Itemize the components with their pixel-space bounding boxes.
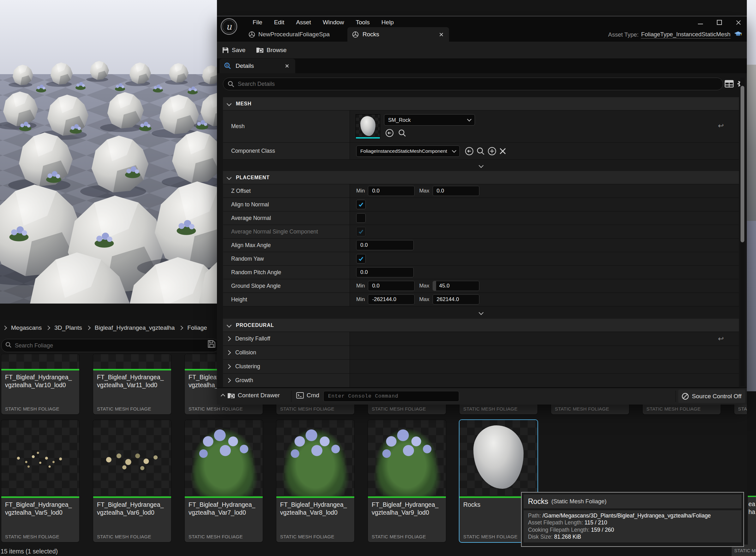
editor-status-bar: Content Drawer Cmd Source Control Off [217,387,747,405]
component-class-dropdown[interactable]: FoliageInstancedStaticMeshComponent [356,145,460,157]
chevron-right-icon [226,336,231,341]
search-foliage-input[interactable] [1,339,219,352]
ground-slope-min-input[interactable] [368,281,415,291]
asset-thumbnail-hydrangea [368,420,446,496]
console-command-input[interactable] [323,391,459,402]
mesh-dropdown[interactable]: SM_Rock [384,114,475,126]
search-details-input[interactable] [223,78,723,90]
asset-tile-var9[interactable]: FT_Bigleaf_Hydrangea_ vgztealha_Var9_lod… [368,420,446,542]
editor-toolbar: Save Browse [217,42,747,59]
grid-view-icon[interactable] [724,80,734,88]
save-search-icon[interactable] [207,340,216,348]
menu-help[interactable]: Help [382,19,394,26]
browse-to-asset-icon[interactable] [476,147,485,155]
cmd-button[interactable]: Cmd [296,392,319,399]
scrollbar-thumb[interactable] [741,86,744,242]
asset-type-label: STATIC MESH FOLIAGE [647,406,701,412]
asset-name: FT_Bigleaf_Hydrangea_ [189,501,255,508]
section-procedural[interactable]: PROCEDURAL [223,319,739,332]
asset-tile-var7[interactable]: FT_Bigleaf_Hydrangea_ vgztealha_Var7_lod… [185,420,263,542]
breadcrumb-item-foliage[interactable]: Foliage [187,324,207,331]
use-selected-icon[interactable] [465,147,474,155]
row-z-offset: Z Offset Min Max [223,184,739,198]
add-icon[interactable] [488,147,496,155]
chevron-right-icon [179,326,183,330]
details-info-icon: i [224,62,231,70]
chevron-right-icon [226,378,231,383]
asset-type-label: STATIC MESH FOLIAGE [189,406,243,412]
asset-type-label: STATIC MESH FOLIAGE [97,534,151,539]
section-placement[interactable]: PLACEMENT [223,171,739,184]
row-collision[interactable]: Collision [223,346,739,360]
ground-slope-max-input[interactable] [433,281,480,291]
use-selected-icon[interactable] [385,129,394,137]
average-normal-checkbox[interactable] [356,213,366,223]
row-clustering[interactable]: Clustering [223,360,739,374]
menu-tools[interactable]: Tools [356,19,369,26]
reset-to-default-icon[interactable]: ↩ [718,122,724,130]
asset-tile-var5[interactable]: FT_Bigleaf_Hydrangea_ vgztealha_Var5_lod… [1,420,79,542]
asset-type-label: STATIC MESH FOLIAGE [463,406,518,412]
asset-type-value-link[interactable]: FoliageType_InstancedStaticMesh [641,31,730,38]
breadcrumb-item-megascans[interactable]: Megascans [11,324,42,331]
asset-tile[interactable]: FT_Bigleaf_Hydrangea_ vgztealha_Var10_lo… [1,354,79,414]
tab-details[interactable]: i Details [220,59,295,73]
menu-edit[interactable]: Edit [274,19,285,26]
asset-thumbnail-leaves [93,420,171,496]
details-panel: MESH Mesh SM_Rock ↩ [217,73,747,387]
source-control-button[interactable]: Source Control Off [678,390,745,403]
close-tab-icon[interactable] [439,33,443,37]
align-max-angle-input[interactable] [356,240,414,250]
z-offset-min-input[interactable] [368,186,415,196]
expand-advanced-button[interactable] [223,306,739,319]
content-browser-search-row [0,336,217,354]
random-pitch-angle-input[interactable] [356,267,414,277]
save-button[interactable]: Save [222,47,245,54]
asset-tile-var8[interactable]: FT_Bigleaf_Hydrangea_ vgztealha_Var8_lod… [276,420,354,542]
chevron-right-icon [86,326,91,330]
browse-to-asset-icon[interactable] [398,129,406,137]
section-mesh[interactable]: MESH [223,97,739,110]
menu-file[interactable]: File [253,19,262,26]
close-button[interactable] [736,20,741,25]
maximize-button[interactable] [717,20,722,25]
menu-window[interactable]: Window [323,19,344,26]
height-max-input[interactable] [433,294,480,305]
expand-advanced-button[interactable] [223,160,739,171]
close-panel-icon[interactable] [285,64,289,68]
browse-button[interactable]: Browse [256,47,287,54]
asset-tile[interactable]: FT_Bigleaf_Hydrangea_ vgztealha_Var11_lo… [93,354,171,414]
random-yaw-checkbox[interactable] [356,254,366,264]
asset-type-label: STATIC MESH FOLIAGE [372,534,426,539]
spinbox-handle[interactable] [433,281,436,291]
asset-tooltip: Rocks (Static Mesh Foliage) Path: /Game/… [521,492,744,547]
align-to-normal-checkbox[interactable] [356,200,366,209]
clear-icon[interactable] [499,147,506,155]
menu-asset[interactable]: Asset [296,19,311,26]
average-normal-single-component-checkbox [356,227,366,236]
z-offset-max-input[interactable] [433,186,480,196]
property-label: Component Class [231,148,275,154]
row-density-falloff[interactable]: Density Falloff ↩ [223,332,739,346]
height-min-input[interactable] [368,294,415,305]
reset-to-default-icon[interactable]: ↩ [718,335,724,343]
breadcrumb-item-bigleaf[interactable]: Bigleaf_Hydrangea_vgztealha [95,324,175,331]
minimize-button[interactable] [698,24,703,24]
panel-tab-row: i Details [217,59,747,73]
chevron-down-icon [227,101,232,106]
breadcrumb-item-3d-plants[interactable]: 3D_Plants [54,324,82,331]
svg-text:i: i [226,63,228,68]
asset-type-label: Asset Type: [608,31,638,38]
asset-thumbnail [1,354,79,369]
content-drawer-button[interactable]: Content Drawer [221,392,280,399]
tab-rocks-active[interactable]: Rocks [348,27,449,42]
row-growth[interactable]: Growth [223,374,739,387]
chevron-down-icon [479,163,484,168]
mesh-thumbnail[interactable] [356,114,380,139]
graduation-cap-icon[interactable] [734,30,743,39]
asset-tile-var6[interactable]: FT_Bigleaf_Hydrangea_ vgztealha_Var6_lod… [93,420,171,542]
viewport-scene [0,0,217,304]
tab-new-procedural-foliage[interactable]: NewProceduralFoliageSpa [249,27,330,42]
row-average-normal-single-component: Average Normal Single Component [223,225,739,239]
title-bar[interactable]: File Edit Asset Window Tools Help [217,16,747,27]
